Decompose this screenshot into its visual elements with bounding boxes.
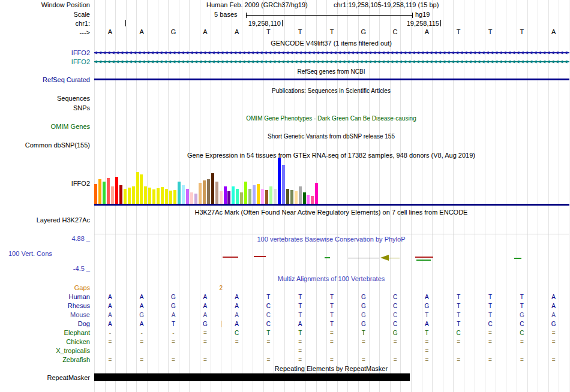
gtex-axis-line <box>94 204 569 206</box>
alignment-base: A <box>235 320 239 328</box>
sidebar-item-refseq-curated[interactable]: RefSeq Curated <box>0 76 90 84</box>
gtex-expression-bar <box>278 158 281 204</box>
gtex-expression-bar <box>115 177 118 204</box>
multiz-alignment-row[interactable]: ---=CTT=TGTC=C= <box>0 329 570 337</box>
gtex-expression-bar <box>282 165 285 204</box>
alignment-base: A <box>235 293 239 301</box>
gtex-expression-bar <box>299 186 302 204</box>
gtex-expression-bar <box>236 189 239 204</box>
gtex-expression-bar <box>315 183 318 204</box>
alignment-base: = <box>266 338 270 346</box>
repeatmasker-element-bar[interactable] <box>94 373 410 381</box>
alignment-base: = <box>488 338 492 346</box>
sidebar-item-common-dbsnp[interactable]: Common dbSNP(155) <box>0 141 90 149</box>
alignment-base: A <box>425 320 429 328</box>
alignment-base: T <box>172 320 175 328</box>
alignment-base: T <box>520 302 524 310</box>
gtex-expression-bar <box>220 191 223 204</box>
gtex-expression-bar <box>274 189 277 204</box>
alignment-base: A <box>235 302 239 310</box>
ruler-tick <box>282 20 283 26</box>
sidebar-item-iffo2-gencode-2[interactable]: IFFO2 <box>0 58 90 66</box>
gene-model-iffo2-2[interactable]: <<<<<<<<<<<<<<<<<<<<<<<<<<<<<<<<<<<<<<<<… <box>94 58 569 65</box>
sequence-base: C <box>393 28 398 36</box>
sidebar-item-iffo2-gtex[interactable]: IFFO2 <box>0 180 90 188</box>
alignment-base: - <box>172 329 174 337</box>
ruler-tick <box>440 20 441 26</box>
sequence-base: A <box>140 28 144 36</box>
assembly-title: Human Feb. 2009 (GRCh37/hg19) <box>206 1 308 9</box>
sidebar-item-layered-h3k27ac[interactable]: Layered H3K27Ac <box>0 216 90 224</box>
gtex-expression-bar <box>203 180 206 204</box>
alignment-base: G <box>361 311 366 319</box>
sidebar-item-iffo2-gencode-1[interactable]: IFFO2 <box>0 49 90 57</box>
h3k27ac-baseline <box>94 234 569 234</box>
alignment-base: = <box>140 356 143 364</box>
gtex-expression-bar <box>257 184 260 204</box>
chromosome-label: chr1: <box>0 20 90 28</box>
sequence-base: T <box>520 28 524 36</box>
multiz-alignment-row[interactable]: AAGAATTTGCATTTA <box>0 293 570 301</box>
refseq-gene-bar[interactable] <box>94 79 569 80</box>
coordinate-right: 19,258,115 <box>391 20 439 28</box>
alignment-base: A <box>551 302 556 310</box>
alignment-base: C <box>488 320 492 328</box>
gtex-expression-bar <box>199 183 202 204</box>
gtex-expression-bar <box>290 190 293 204</box>
gtex-expression-bar <box>194 194 197 204</box>
alignment-base: A <box>108 293 112 301</box>
alignment-base: A <box>172 311 176 319</box>
conservation-mark <box>415 257 433 258</box>
multiz-alignment-row[interactable]: == <box>0 347 570 355</box>
sidebar-item-omim-genes[interactable]: OMIM Genes <box>0 123 90 131</box>
scale-bar <box>246 13 413 18</box>
multiz-alignment-row[interactable]: AATGACATGCATCCG <box>0 320 570 328</box>
alignment-base: G <box>361 320 366 328</box>
sidebar-item-repeatmasker[interactable]: RepeatMasker <box>0 374 90 382</box>
alignment-base: = <box>140 338 143 346</box>
sidebar-item-snps[interactable]: SNPs <box>0 104 90 112</box>
gtex-expression-bar <box>103 182 106 204</box>
alignment-base: C <box>235 329 239 337</box>
gtex-expression-bar <box>295 191 298 204</box>
sidebar-item-100-vert-cons[interactable]: 100 Vert. Cons <box>8 250 52 258</box>
alignment-base: = <box>108 338 112 346</box>
alignment-base: A <box>203 311 207 319</box>
alignment-base: A <box>140 293 144 301</box>
alignment-base: = <box>425 356 428 364</box>
alignment-base: = <box>172 356 175 364</box>
multiz-alignment-row[interactable]: AGAAACTTGCTTTGA <box>0 311 570 319</box>
multiz-alignment-row[interactable]: ============== <box>0 356 570 364</box>
alignment-base: G <box>171 302 176 310</box>
gtex-expression-bar <box>215 182 218 204</box>
window-position-label: Window Position <box>0 1 90 9</box>
alignment-base: A <box>108 320 112 328</box>
alignment-base: = <box>552 356 556 364</box>
alignment-base: T <box>298 311 302 319</box>
gtex-expression-bar <box>107 178 110 204</box>
gtex-expression-bar <box>311 196 314 204</box>
dbsnp-track-title: Short Genetic Variants from dbSNP releas… <box>94 132 568 140</box>
multiz-alignment-row[interactable]: =============== <box>0 338 570 346</box>
alignment-base: = <box>298 356 302 364</box>
alignment-base: C <box>393 320 397 328</box>
alignment-base: = <box>235 338 239 346</box>
multiz-alignment-row[interactable]: 2 <box>0 284 570 293</box>
sequence-base: T <box>266 28 271 36</box>
omim-track-title: OMIM Gene Phenotypes - Dark Green Can Be… <box>94 114 568 122</box>
gtex-expression-bar <box>190 192 193 204</box>
multiz-alignment-row[interactable]: AAGAACTTGCGTTTA <box>0 302 570 310</box>
alignment-base: = <box>425 347 428 355</box>
sidebar-item-sequences[interactable]: Sequences <box>0 95 90 102</box>
sequence-base: A <box>425 28 429 36</box>
phylop-max-value: 4.88 _ <box>0 235 90 243</box>
sequence-base: T <box>488 28 493 36</box>
conservation-mark <box>348 258 379 258</box>
gtex-expression-bar <box>144 186 147 204</box>
alignment-base: A <box>203 293 207 301</box>
alignment-base: = <box>394 338 397 346</box>
gencode-track-title: GENCODE V49lift37 (1 items filtered out) <box>94 40 568 47</box>
gtex-track-title: Gene Expression in 54 tissues from GTEx … <box>94 152 568 159</box>
gene-model-iffo2-1[interactable]: <<<<<<<<<<<<<<<<<<<<<<<<<<<<<<<<<<<<<<<<… <box>94 49 569 56</box>
sequence-base: A <box>203 28 207 36</box>
